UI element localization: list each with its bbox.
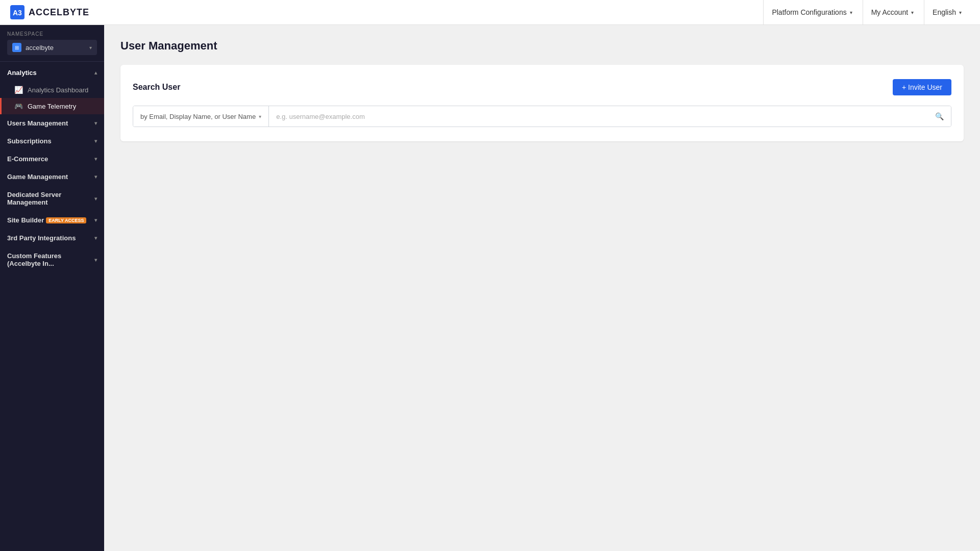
language-chevron-icon: ▾	[959, 10, 962, 15]
platform-chevron-icon: ▾	[850, 10, 852, 15]
topbar: A3 ACCELBYTE Platform Configurations ▾ M…	[0, 0, 980, 25]
namespace-selector[interactable]: ⊞ accelbyte ▾	[7, 40, 97, 55]
sidebar-item-game-management[interactable]: Game Management ▾	[0, 168, 104, 186]
game-management-label: Game Management	[7, 173, 68, 181]
my-account-button[interactable]: My Account ▾	[863, 0, 922, 25]
sidebar-item-3rd-party[interactable]: 3rd Party Integrations ▾	[0, 229, 104, 247]
sidebar-item-users-management[interactable]: Users Management ▾	[0, 114, 104, 132]
sidebar-item-custom-features[interactable]: Custom Features (Accelbyte In... ▾	[0, 247, 104, 272]
topbar-actions: Platform Configurations ▾ My Account ▾ E…	[763, 0, 970, 25]
sidebar-item-site-builder[interactable]: Site Builder EARLY ACCESS ▾	[0, 211, 104, 229]
logo-text: ACCELBYTE	[29, 7, 89, 18]
search-input-wrapper: 🔍	[269, 106, 951, 127]
accelbyte-logo-icon: A3	[10, 5, 24, 19]
users-management-label: Users Management	[7, 119, 68, 127]
namespace-chevron-icon: ▾	[89, 45, 92, 51]
page-title: User Management	[120, 39, 964, 53]
namespace-label: NAMESPACE	[7, 31, 97, 37]
search-card-header: Search User + Invite User	[133, 79, 951, 95]
search-row: by Email, Display Name, or User Name ▾ 🔍	[133, 106, 951, 127]
3rd-party-chevron-icon: ▾	[94, 235, 97, 241]
platform-configurations-button[interactable]: Platform Configurations ▾	[763, 0, 860, 25]
dedicated-server-chevron-icon: ▾	[94, 196, 97, 202]
search-filter-label: by Email, Display Name, or User Name	[140, 113, 256, 120]
my-account-label: My Account	[871, 8, 908, 16]
layout: NAMESPACE ⊞ accelbyte ▾ Analytics ▴ 📈 An…	[0, 25, 980, 551]
namespace-value: accelbyte	[26, 44, 85, 52]
search-icon: 🔍	[935, 112, 944, 120]
main-content: User Management Search User + Invite Use…	[104, 25, 980, 551]
namespace-section: NAMESPACE ⊞ accelbyte ▾	[0, 25, 104, 59]
language-button[interactable]: English ▾	[924, 0, 970, 25]
custom-features-chevron-icon: ▾	[94, 257, 97, 263]
analytics-label: Analytics	[7, 69, 37, 77]
early-access-badge: EARLY ACCESS	[46, 217, 86, 223]
site-builder-chevron-icon: ▾	[94, 217, 97, 223]
e-commerce-label: E-Commerce	[7, 155, 48, 163]
platform-configurations-label: Platform Configurations	[772, 8, 846, 16]
dedicated-server-label: Dedicated Server Management	[7, 191, 94, 206]
sidebar-item-e-commerce[interactable]: E-Commerce ▾	[0, 150, 104, 168]
namespace-icon: ⊞	[12, 43, 21, 52]
filter-chevron-icon: ▾	[259, 114, 261, 119]
game-telemetry-label: Game Telemetry	[28, 103, 76, 110]
sidebar: NAMESPACE ⊞ accelbyte ▾ Analytics ▴ 📈 An…	[0, 25, 104, 551]
analytics-dashboard-label: Analytics Dashboard	[28, 86, 88, 94]
sidebar-item-analytics-dashboard[interactable]: 📈 Analytics Dashboard	[0, 82, 104, 98]
account-chevron-icon: ▾	[911, 10, 914, 15]
sidebar-item-analytics[interactable]: Analytics ▴	[0, 64, 104, 82]
search-filter-dropdown[interactable]: by Email, Display Name, or User Name ▾	[133, 106, 269, 127]
custom-features-label: Custom Features (Accelbyte In...	[7, 252, 94, 267]
sidebar-divider	[0, 61, 104, 62]
subscriptions-chevron-icon: ▾	[94, 138, 97, 144]
game-management-chevron-icon: ▾	[94, 174, 97, 180]
3rd-party-label: 3rd Party Integrations	[7, 234, 76, 242]
language-label: English	[933, 8, 956, 16]
search-user-title: Search User	[133, 83, 180, 92]
users-management-chevron-icon: ▾	[94, 120, 97, 126]
subscriptions-label: Subscriptions	[7, 137, 52, 145]
sidebar-item-subscriptions[interactable]: Subscriptions ▾	[0, 132, 104, 150]
e-commerce-chevron-icon: ▾	[94, 156, 97, 162]
search-user-card: Search User + Invite User by Email, Disp…	[120, 65, 964, 141]
invite-user-button[interactable]: + Invite User	[893, 79, 951, 95]
game-telemetry-icon: 🎮	[14, 102, 22, 110]
analytics-dashboard-icon: 📈	[14, 86, 22, 94]
sidebar-item-game-telemetry[interactable]: 🎮 Game Telemetry	[0, 98, 104, 114]
svg-text:A3: A3	[13, 9, 22, 17]
analytics-chevron-icon: ▴	[94, 70, 97, 76]
sidebar-item-dedicated-server[interactable]: Dedicated Server Management ▾	[0, 186, 104, 211]
search-input[interactable]	[269, 106, 951, 127]
site-builder-label: Site Builder	[7, 216, 44, 224]
logo: A3 ACCELBYTE	[10, 5, 89, 19]
invite-user-label: + Invite User	[902, 83, 942, 91]
